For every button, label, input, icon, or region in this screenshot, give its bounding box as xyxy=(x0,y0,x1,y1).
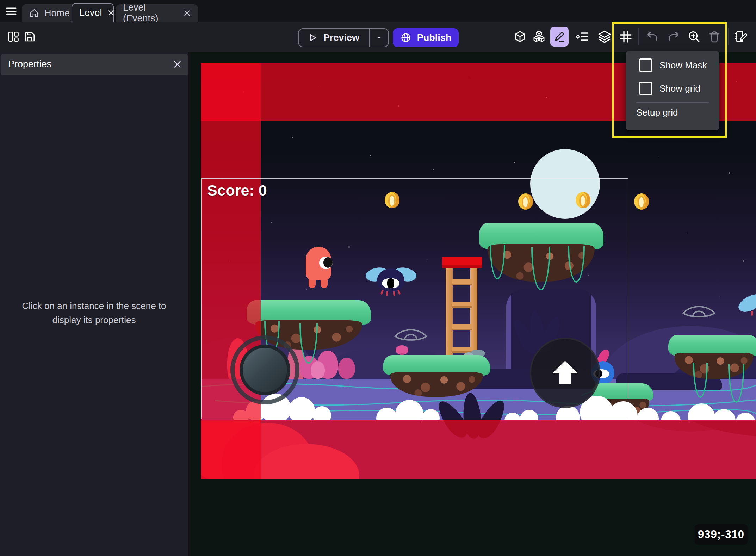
objects-panel-button[interactable] xyxy=(530,27,548,47)
toolbar-divider xyxy=(638,28,639,45)
properties-empty-message: Click on an instance in the scene to dis… xyxy=(9,299,179,327)
grid-options-button[interactable] xyxy=(616,27,635,47)
score-text-object[interactable]: Score: 0 xyxy=(207,182,267,199)
zoom-in-button[interactable] xyxy=(685,27,703,47)
grid-options-menu: Show Mask Show grid Setup grid xyxy=(626,51,719,130)
gdevelop-editor-window: Home Level Level (Events) xyxy=(0,0,756,556)
toolbar: Preview Publish xyxy=(0,22,756,52)
objects-icon xyxy=(532,30,546,44)
close-icon xyxy=(173,60,182,69)
edit-tool-button[interactable] xyxy=(550,27,569,47)
edit-events-icon xyxy=(734,30,748,44)
save-icon xyxy=(23,30,36,43)
undo-button[interactable] xyxy=(643,27,662,47)
show-grid-checkbox[interactable] xyxy=(639,82,652,95)
instances-list-icon xyxy=(575,30,589,44)
tab-label: Level xyxy=(79,7,102,18)
main-menu-button[interactable] xyxy=(4,5,18,18)
undo-icon xyxy=(646,30,659,43)
close-tab-button[interactable] xyxy=(183,9,191,17)
tab-level-events[interactable]: Level (Events) xyxy=(116,4,198,22)
redo-icon xyxy=(667,30,680,43)
jump-button-object[interactable] xyxy=(530,338,600,408)
save-button[interactable] xyxy=(20,27,39,47)
add-object-button[interactable] xyxy=(511,27,529,47)
instances-list-button[interactable] xyxy=(573,27,591,47)
menu-item-show-mask[interactable]: Show Mask xyxy=(626,56,719,74)
tab-label: Level (Events) xyxy=(123,2,178,24)
open-panels-button[interactable] xyxy=(4,27,23,47)
show-mask-checkbox[interactable] xyxy=(639,58,652,72)
zoom-in-icon xyxy=(687,30,701,43)
close-icon xyxy=(183,9,191,17)
preview-options-button[interactable] xyxy=(370,33,388,42)
preview-button[interactable]: Preview xyxy=(298,28,389,47)
coin-object[interactable] xyxy=(634,193,649,210)
redo-button[interactable] xyxy=(664,27,683,47)
edit-tool-icon xyxy=(553,30,566,43)
trash-icon xyxy=(708,30,721,43)
platform-object[interactable] xyxy=(668,335,756,380)
joystick-knob[interactable] xyxy=(240,345,290,395)
close-tab-button[interactable] xyxy=(107,9,115,17)
grid-options-icon xyxy=(619,30,633,44)
menu-item-setup-grid[interactable]: Setup grid xyxy=(626,103,719,118)
tab-label: Home xyxy=(44,8,70,19)
bat-wing xyxy=(736,290,756,316)
wall-object-bottom[interactable] xyxy=(201,420,756,479)
delete-button[interactable] xyxy=(705,27,724,47)
3d-box-icon xyxy=(513,30,527,43)
menu-item-show-grid[interactable]: Show grid xyxy=(626,79,719,98)
menu-item-label: Show grid xyxy=(659,83,700,94)
layers-panel-button[interactable] xyxy=(595,27,614,47)
layout-panels-icon xyxy=(7,30,20,43)
properties-panel-header: Properties xyxy=(1,54,188,75)
play-icon xyxy=(299,32,318,43)
eye-outline-decoration xyxy=(682,302,716,321)
edit-events-button[interactable] xyxy=(732,27,750,47)
chevron-down-icon xyxy=(375,33,383,42)
cursor-coordinates-badge: 939;-310 xyxy=(695,524,748,545)
publish-label: Publish xyxy=(417,32,452,43)
toolbar-divider xyxy=(728,28,729,45)
arrow-up-icon xyxy=(548,356,582,390)
publish-button[interactable]: Publish xyxy=(393,28,459,47)
properties-panel: Properties Click on an instance in the s… xyxy=(0,52,188,556)
tab-level[interactable]: Level xyxy=(72,3,114,22)
globe-icon xyxy=(400,32,411,43)
properties-panel-title: Properties xyxy=(8,59,51,70)
tab-bar: Home Level Level (Events) xyxy=(0,0,756,22)
home-icon xyxy=(29,8,39,18)
close-properties-button[interactable] xyxy=(173,60,182,69)
hamburger-icon xyxy=(5,6,18,17)
menu-item-label: Show Mask xyxy=(659,60,707,71)
bat-leg xyxy=(751,311,753,316)
layers-icon xyxy=(597,29,612,44)
close-icon xyxy=(107,9,115,17)
preview-label: Preview xyxy=(318,32,369,43)
